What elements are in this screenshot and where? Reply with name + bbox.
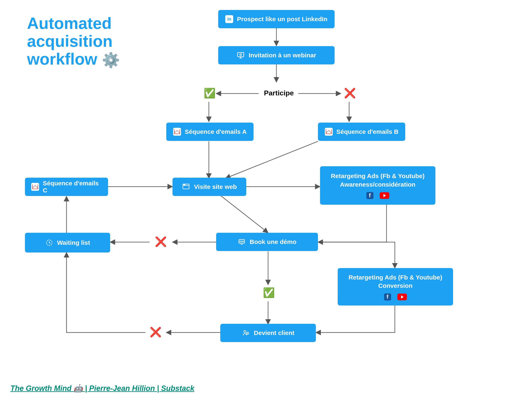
- node-emails-a: Séquence d'emails A: [166, 123, 253, 141]
- node-linkedin-like: in Prospect like un post LinkedIn: [218, 10, 335, 28]
- node-visite-site: Visite site web: [172, 178, 246, 196]
- node-label: Séquence d'emails C: [43, 180, 102, 194]
- node-webinar-invite: Invitation à un webinar: [218, 46, 335, 64]
- svg-line-7: [226, 141, 318, 178]
- clock-icon: [45, 239, 53, 247]
- cross-icon: ❌: [150, 327, 161, 337]
- title-line-2: acquisition: [27, 32, 120, 50]
- linkedin-icon: in: [225, 15, 233, 23]
- node-label-line-2: Awareness/considération: [331, 180, 424, 189]
- node-retargeting-conversion: Retargeting Ads (Fb & Youtube) Conversio…: [338, 268, 453, 305]
- client-icon: €: [242, 329, 250, 337]
- gmail-icon: [173, 128, 181, 136]
- node-label: Séquence d'emails A: [185, 128, 247, 135]
- diagram-title: Automated acquisition workflow ⚙️: [27, 14, 120, 68]
- title-line-3: workflow: [27, 50, 97, 68]
- check-icon: ✅: [263, 288, 275, 297]
- node-label: Séquence d'emails B: [336, 128, 399, 135]
- node-label: Prospect like un post LinkedIn: [237, 16, 327, 23]
- node-label: Visite site web: [194, 183, 237, 190]
- cross-icon: ❌: [344, 88, 356, 98]
- svg-point-24: [184, 184, 185, 185]
- node-label: Invitation à un webinar: [248, 52, 316, 59]
- node-book-demo: DEMO Book une démo: [216, 233, 318, 251]
- node-label-line-1: Retargeting Ads (Fb & Youtube): [331, 172, 424, 180]
- gear-icon: ⚙️: [102, 52, 120, 68]
- svg-text:€: €: [247, 332, 248, 334]
- svg-text:DEMO: DEMO: [239, 241, 245, 243]
- webinar-icon: [236, 51, 245, 59]
- node-devient-client: € Devient client: [220, 324, 316, 342]
- youtube-icon: [380, 192, 389, 199]
- node-waiting-list: Waiting list: [25, 233, 110, 253]
- node-label: Book une démo: [250, 238, 296, 245]
- gmail-icon: [31, 183, 39, 191]
- check-icon: ✅: [204, 88, 215, 98]
- svg-point-23: [184, 184, 184, 185]
- node-label: Waiting list: [57, 239, 90, 246]
- facebook-icon: f: [384, 293, 391, 300]
- gmail-icon: [325, 128, 333, 136]
- svg-point-18: [240, 54, 241, 56]
- node-emails-b: Séquence d'emails B: [318, 123, 405, 141]
- node-label-line-1: Retargeting Ads (Fb & Youtube): [348, 273, 442, 282]
- svg-point-29: [244, 330, 246, 332]
- node-label-line-2: Conversion: [348, 282, 442, 290]
- node-emails-c: Séquence d'emails C: [25, 178, 108, 196]
- cross-icon: ❌: [155, 237, 167, 247]
- youtube-icon: [397, 294, 407, 300]
- facebook-icon: f: [366, 192, 374, 199]
- footer-credit: The Growth Mind 🤖 | Pierre-Jean Hillion …: [10, 384, 194, 393]
- svg-rect-17: [238, 53, 244, 57]
- decision-participe: Participe: [264, 89, 294, 97]
- svg-line-10: [220, 195, 268, 233]
- node-retargeting-awareness: Retargeting Ads (Fb & Youtube) Awareness…: [320, 166, 435, 205]
- node-label: Devient client: [254, 329, 294, 336]
- browser-icon: [182, 183, 190, 191]
- title-line-1: Automated: [27, 14, 120, 32]
- demo-icon: DEMO: [238, 238, 246, 246]
